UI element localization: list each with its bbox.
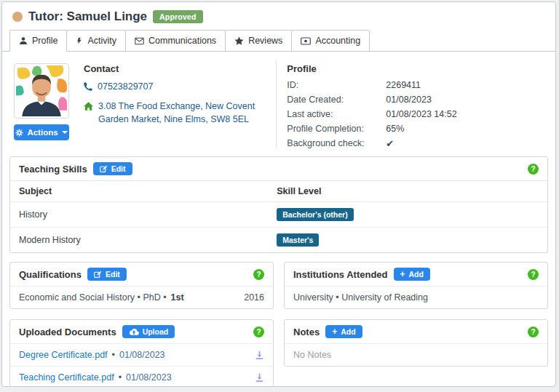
actions-button[interactable]: Actions bbox=[14, 124, 69, 140]
table-row: Modern History Master's bbox=[10, 228, 547, 253]
tutor-status-dot bbox=[12, 12, 23, 22]
teaching-skills-heading: Teaching Skills bbox=[19, 164, 87, 175]
skill-level-badge: Bachelor's (other) bbox=[277, 208, 353, 221]
tab-bar: Profile Activity Communications Reviews … bbox=[2, 24, 555, 52]
download-icon[interactable] bbox=[255, 373, 264, 383]
page-header: Tutor: Samuel Linge Approved bbox=[2, 2, 555, 24]
bolt-icon bbox=[76, 36, 83, 45]
phone-link[interactable]: 07523829707 bbox=[98, 80, 153, 93]
institutions-heading: Institutions Attended bbox=[293, 269, 388, 280]
subject-cell: Modern History bbox=[10, 228, 268, 253]
qualifications-help-icon[interactable]: ? bbox=[253, 269, 264, 280]
tab-profile-label: Profile bbox=[32, 36, 58, 46]
notes-empty-row: No Notes bbox=[285, 343, 547, 366]
uploaded-documents-help-icon[interactable]: ? bbox=[253, 327, 264, 337]
profile-field-value: 01/08/2023 14:52 bbox=[386, 109, 544, 119]
contact-heading: Contact bbox=[84, 63, 270, 74]
tab-reviews[interactable]: Reviews bbox=[225, 30, 292, 52]
qualification-grade: 1st bbox=[171, 292, 184, 303]
teaching-skills-card: Teaching Skills Edit ? Subject Skill Lev… bbox=[9, 156, 548, 253]
edit-pencil-icon bbox=[100, 165, 108, 173]
profile-field-label: Date Created: bbox=[287, 95, 386, 105]
tab-reviews-label: Reviews bbox=[248, 36, 282, 46]
plus-icon: + bbox=[332, 327, 337, 336]
document-link[interactable]: Teaching Certificate.pdf bbox=[19, 372, 114, 383]
phone-icon bbox=[84, 80, 92, 95]
no-notes-text: No Notes bbox=[293, 350, 331, 360]
cloud-upload-icon bbox=[129, 328, 139, 336]
institutions-help-icon[interactable]: ? bbox=[528, 269, 539, 280]
notes-add-button[interactable]: + Add bbox=[325, 325, 362, 338]
approved-badge: Approved bbox=[153, 10, 203, 23]
envelope-icon bbox=[135, 37, 144, 45]
banknote-icon bbox=[301, 37, 311, 45]
qualifications-heading: Qualifications bbox=[19, 269, 82, 280]
page-title: Tutor: Samuel Linge bbox=[28, 9, 147, 24]
skill-level-badge: Master's bbox=[277, 233, 319, 247]
qualifications-card: Qualifications Edit ? Economic and Socia… bbox=[9, 262, 274, 309]
tab-communications-label: Communications bbox=[148, 36, 216, 46]
address-link[interactable]: 3.08 The Food Exchange, New Covent Garde… bbox=[98, 100, 270, 126]
teaching-skills-help-icon[interactable]: ? bbox=[528, 164, 539, 175]
download-icon[interactable] bbox=[255, 351, 264, 360]
actions-label: Actions bbox=[27, 128, 58, 137]
profile-field-label: Profile Completion: bbox=[287, 124, 386, 134]
document-link[interactable]: Degree Certificate.pdf bbox=[19, 350, 108, 360]
teaching-skills-table: Subject Skill Level History Bachelor's (… bbox=[10, 180, 547, 252]
tab-activity[interactable]: Activity bbox=[66, 30, 126, 52]
profile-heading: Profile bbox=[287, 63, 544, 74]
profile-details: ID: 2269411 Date Created: 01/08/2023 Las… bbox=[287, 80, 544, 149]
profile-field-label: Background check: bbox=[287, 138, 386, 149]
edit-pencil-icon bbox=[94, 271, 102, 279]
qualification-item: Economic and Social History • PhD • 1st … bbox=[10, 286, 273, 308]
profile-field-label: ID: bbox=[287, 80, 386, 90]
teaching-skills-edit-button[interactable]: Edit bbox=[93, 162, 132, 175]
star-icon bbox=[234, 36, 244, 45]
document-date: 01/08/2023 bbox=[126, 372, 172, 383]
table-row: History Bachelor's (other) bbox=[10, 202, 547, 228]
tab-activity-label: Activity bbox=[87, 36, 116, 46]
institutions-add-button[interactable]: + Add bbox=[394, 268, 430, 281]
document-date: 01/08/2023 bbox=[119, 350, 165, 360]
document-row: Teaching Certificate.pdf • 01/08/2023 bbox=[10, 366, 273, 387]
background-check-icon: ✔ bbox=[386, 138, 544, 149]
home-icon bbox=[84, 100, 93, 114]
institution-item: University • University of Reading bbox=[285, 286, 547, 308]
tab-communications[interactable]: Communications bbox=[125, 30, 226, 52]
notes-help-icon[interactable]: ? bbox=[528, 327, 539, 337]
chevron-down-icon bbox=[62, 131, 68, 134]
upload-button[interactable]: Upload bbox=[122, 325, 175, 338]
uploaded-documents-card: Uploaded Documents Upload ? Degree Certi… bbox=[9, 319, 274, 387]
profile-field-label: Last active: bbox=[287, 109, 386, 119]
notes-heading: Notes bbox=[293, 327, 320, 337]
document-row: Degree Certificate.pdf • 01/08/2023 bbox=[10, 343, 273, 366]
column-header-skill-level: Skill Level bbox=[268, 181, 547, 202]
contact-profile-row: Actions Contact 07523829707 bbox=[9, 59, 548, 149]
tutor-profile-window: Tutor: Samuel Linge Approved Profile Act… bbox=[1, 1, 556, 387]
notes-card: Notes + Add ? No Notes bbox=[284, 319, 548, 367]
tab-accounting[interactable]: Accounting bbox=[291, 30, 370, 52]
qualification-year: 2016 bbox=[244, 292, 264, 303]
subject-cell: History bbox=[10, 202, 268, 228]
profile-field-value: 2269411 bbox=[386, 80, 544, 90]
profile-field-value: 01/08/2023 bbox=[386, 95, 544, 105]
column-header-subject: Subject bbox=[10, 181, 268, 202]
tab-profile[interactable]: Profile bbox=[9, 30, 67, 52]
person-icon bbox=[19, 36, 28, 45]
institutions-card: Institutions Attended + Add ? University… bbox=[284, 262, 548, 309]
avatar bbox=[14, 63, 69, 119]
tab-accounting-label: Accounting bbox=[315, 36, 360, 46]
qualifications-edit-button[interactable]: Edit bbox=[87, 268, 127, 281]
profile-field-value: 65% bbox=[386, 124, 544, 134]
plus-icon: + bbox=[400, 270, 405, 279]
uploaded-documents-heading: Uploaded Documents bbox=[19, 327, 116, 337]
gear-icon bbox=[15, 129, 23, 137]
